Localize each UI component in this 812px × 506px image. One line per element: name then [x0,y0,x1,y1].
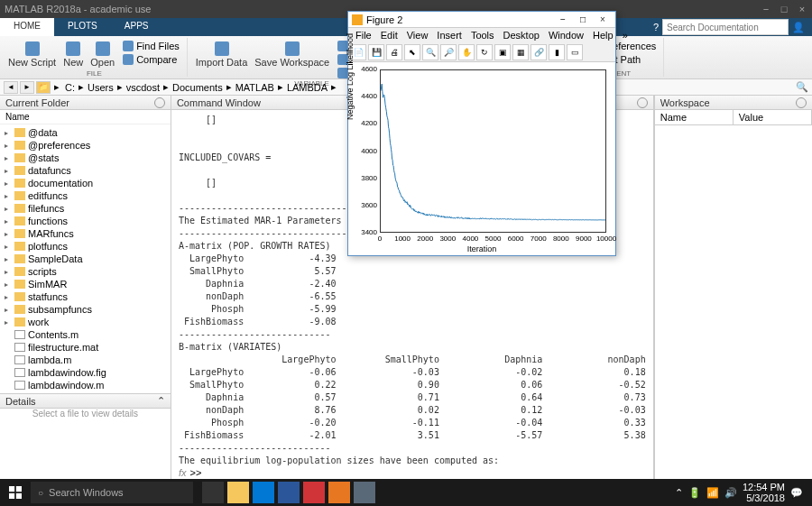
folder-item[interactable]: ▸filefuncs [2,202,169,215]
outlook-icon[interactable] [253,482,274,503]
folder-item[interactable]: ▸scripts [2,265,169,278]
ws-name-header[interactable]: Name [655,110,734,124]
explorer-icon[interactable] [227,482,249,503]
folder-item[interactable]: ▸plotfuncs [2,240,169,253]
find-files-button[interactable]: Find Files [119,40,183,52]
new-script-button[interactable]: New Script [5,40,59,69]
folder-item[interactable]: filestructure.mat [2,341,169,354]
tray-wifi-icon[interactable]: 📶 [706,487,719,499]
shield-icon[interactable] [303,482,325,503]
path-segment[interactable]: vscdost [125,82,161,93]
folder-item[interactable]: ▸documentation [2,177,169,189]
notifications-icon[interactable]: 💬 [790,487,803,499]
figure-menu-more-icon[interactable]: » [619,30,632,41]
path-segment[interactable]: C: [63,82,77,93]
new-button[interactable]: New [60,40,86,69]
tray-battery-icon[interactable]: 🔋 [688,487,701,499]
details-collapse-icon[interactable]: ⌃ [157,395,165,407]
colorbar-icon[interactable]: ▮ [549,44,565,60]
folder-item[interactable]: lambdawindow.m [2,379,169,391]
figure-window[interactable]: Figure 2 − □ × File Edit View Insert Too… [347,11,616,256]
tab-home[interactable]: HOME [0,18,54,36]
figure-menu-edit[interactable]: Edit [377,30,401,41]
tray-volume-icon[interactable]: 🔊 [724,487,737,499]
pointer-icon[interactable]: ⬉ [404,44,420,60]
search-docs-input[interactable] [662,19,789,35]
import-data-button[interactable]: Import Data [193,40,250,79]
back-button[interactable]: ◄ [4,81,18,94]
zoom-in-icon[interactable]: 🔍 [422,44,438,60]
workspace-title: Workspace [660,97,710,108]
word-icon[interactable] [278,482,300,503]
login-icon[interactable]: 👤 [792,22,805,33]
app-icon[interactable] [354,482,375,503]
zoom-out-icon[interactable]: 🔎 [440,44,457,60]
forward-button[interactable]: ► [20,81,34,94]
figure-axes[interactable]: Negative Log Likelihood Iteration 340036… [348,62,615,255]
minimize-button[interactable]: − [761,4,771,14]
folder-item[interactable]: lambdawindow.fig [2,366,169,379]
brush-icon[interactable]: ▦ [512,44,529,60]
print-figure-icon[interactable]: 🖨 [386,44,402,60]
folder-item[interactable]: ▸subsampfuncs [2,303,169,316]
command-prompt[interactable]: fx>> [171,465,653,480]
start-button[interactable] [2,479,29,506]
folder-item[interactable]: ▸editfuncs [2,189,169,202]
open-button[interactable]: Open [88,40,117,69]
compare-button[interactable]: Compare [119,53,183,66]
folder-item[interactable]: ▸datafuncs [2,164,169,177]
figure-menu-help[interactable]: Help [589,30,617,41]
ws-value-header[interactable]: Value [734,110,812,124]
data-cursor-icon[interactable]: ▣ [494,44,511,60]
search-path-icon[interactable]: 🔍 [796,81,808,93]
rotate-icon[interactable]: ↻ [476,44,493,60]
matlab-icon[interactable] [328,482,350,503]
folder-list[interactable]: ▸@data▸@preferences▸@stats▸datafuncs▸doc… [0,124,171,393]
figure-menu-insert[interactable]: Insert [433,30,466,41]
figure-menu-tools[interactable]: Tools [467,30,498,41]
folder-item[interactable]: ▸@data [2,126,169,139]
help-icon[interactable]: ? [653,22,659,32]
figure-minimize-button[interactable]: − [554,14,572,26]
panel-menu-icon[interactable] [796,97,807,108]
folder-item[interactable]: ▸SampleData [2,253,169,265]
panel-menu-icon[interactable] [154,97,165,108]
panel-menu-icon[interactable] [637,97,648,108]
task-view-icon[interactable] [202,482,224,503]
folder-item[interactable]: Contents.m [2,328,169,341]
figure-menu-desktop[interactable]: Desktop [500,30,543,41]
name-column-header[interactable]: Name [0,110,171,124]
folder-item[interactable]: lambda.m [2,354,169,366]
taskbar-clock[interactable]: 12:54 PM 5/3/2018 [743,482,785,503]
tab-plots[interactable]: PLOTS [54,18,111,36]
save-figure-icon[interactable]: 💾 [368,44,384,60]
figure-menu-file[interactable]: File [352,30,375,41]
folder-item[interactable]: ▸functions [2,215,169,227]
folder-item[interactable]: ▸@preferences [2,139,169,152]
folder-item[interactable]: ▸@stats [2,152,169,164]
maximize-button[interactable]: □ [779,4,789,14]
figure-menu-view[interactable]: View [403,30,432,41]
tray-chevron-icon[interactable]: ⌃ [675,487,683,499]
xtick: 1000 [394,235,411,243]
folder-item[interactable]: ▸MARfuncs [2,227,169,240]
figure-close-button[interactable]: × [594,14,612,26]
tab-apps[interactable]: APPS [111,18,162,36]
save-workspace-button[interactable]: Save Workspace [252,40,332,79]
path-segment[interactable]: MATLAB [234,82,276,93]
figure-menu-window[interactable]: Window [545,30,587,41]
figure-titlebar[interactable]: Figure 2 − □ × [348,12,615,28]
link-icon[interactable]: 🔗 [531,44,547,60]
taskbar-search[interactable]: ○ Search Windows [31,482,193,503]
folder-item[interactable]: ▸work [2,316,169,328]
legend-icon[interactable]: ▭ [567,44,583,60]
close-button[interactable]: × [797,4,807,14]
pan-icon[interactable]: ✋ [458,44,475,60]
figure-maximize-button[interactable]: □ [574,14,592,26]
folder-item[interactable]: ▸SimMAR [2,278,169,290]
path-segment[interactable]: Documents [171,82,225,93]
up-folder-button[interactable]: 📁 [36,81,51,94]
folder-item[interactable]: ▸statfuncs [2,290,169,303]
path-segment[interactable]: Users [86,82,115,93]
path-segment[interactable]: LAMBDA [285,82,329,93]
